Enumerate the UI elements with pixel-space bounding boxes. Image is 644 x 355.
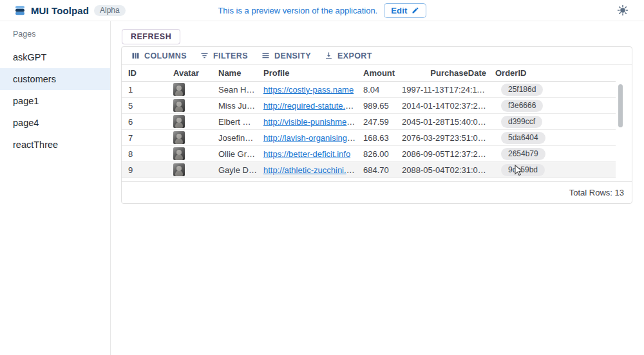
layers-logo-icon (14, 5, 26, 16)
table-row[interactable]: 9Gayle Den...http://athletic-zucchini.or… (122, 162, 616, 178)
table-row[interactable]: 6Elbert McL...http://visible-punishment.… (122, 114, 616, 130)
vertical-scrollbar-thumb[interactable] (618, 84, 623, 127)
sidebar-section-label: Pages (0, 27, 110, 46)
export-button-label: EXPORT (337, 51, 372, 60)
avatar-image (173, 99, 185, 112)
pencil-icon (412, 6, 419, 14)
density-button[interactable]: DENSITY (256, 49, 316, 62)
filter-list-icon (200, 51, 209, 60)
cell-id: 6 (122, 117, 167, 127)
cell-avatar (167, 163, 212, 176)
profile-link[interactable]: https://better-deficit.info (263, 149, 350, 159)
cell-id: 1 (122, 85, 167, 95)
cell-profile: http://lavish-organising.name (257, 133, 357, 143)
avatar-image (173, 163, 185, 176)
cell-name: Miss Juan ... (212, 101, 257, 111)
cell-name: Gayle Den... (212, 165, 257, 175)
order-id-chip: f3e6666 (501, 100, 543, 112)
order-id-chip: 5da6404 (501, 132, 545, 144)
table-row[interactable]: 8Ollie Green...https://better-deficit.in… (122, 146, 616, 162)
cell-amount: 8.04 (357, 85, 395, 95)
cell-profile: http://visible-punishment.net (257, 117, 357, 127)
cell-order-id: d399ccf (489, 116, 616, 128)
avatar-image (173, 147, 185, 160)
order-id-chip: d399ccf (501, 116, 542, 128)
alpha-badge: Alpha (94, 5, 126, 16)
sidebar-item-askGPT[interactable]: askGPT (0, 46, 110, 68)
view-columns-icon (131, 51, 140, 60)
order-id-chip: 25f186d (501, 84, 543, 96)
cell-id: 5 (122, 101, 167, 111)
density-menu-icon (261, 51, 270, 60)
grid-rows: 1Sean Harrishttps://costly-pass.name8.04… (122, 82, 616, 178)
cell-avatar (167, 99, 212, 112)
column-header-profile[interactable]: Profile (257, 68, 357, 78)
column-header-amount[interactable]: Amount (357, 68, 395, 78)
cell-amount: 684.70 (357, 165, 395, 175)
edit-button-label: Edit (391, 6, 407, 15)
theme-toggle-button[interactable] (616, 3, 630, 17)
cell-amount: 168.63 (357, 133, 395, 143)
cell-order-id: 2654b79 (489, 148, 616, 160)
table-row[interactable]: 5Miss Juan ...http://required-statute.or… (122, 98, 616, 114)
filters-button-label: FILTERS (213, 51, 248, 60)
sidebar-item-page1[interactable]: page1 (0, 90, 110, 112)
cell-id: 7 (122, 133, 167, 143)
profile-link[interactable]: http://visible-punishment.net (263, 117, 357, 127)
cell-purchase-date: 2076-03-29T23:51:07.968Z (395, 133, 489, 143)
sidebar-nav: askGPTcustomerspage1page4reactThree (0, 46, 110, 156)
cell-id: 8 (122, 149, 167, 159)
cell-id: 9 (122, 165, 167, 175)
table-row[interactable]: 1Sean Harrishttps://costly-pass.name8.04… (122, 82, 616, 98)
column-header-date[interactable]: PurchaseDate (395, 68, 489, 78)
cell-name: Ollie Green... (212, 149, 257, 159)
cell-purchase-date: 2086-09-05T12:37:27.015Z (395, 149, 489, 159)
sidebar-item-customers[interactable]: customers (0, 68, 110, 90)
cell-purchase-date: 2014-01-14T02:37:28.536Z (395, 101, 489, 111)
cell-avatar (167, 147, 212, 160)
order-id-chip: 9dc59bd (501, 164, 545, 176)
profile-link[interactable]: http://lavish-organising.name (263, 133, 357, 143)
cell-profile: http://required-statute.org (257, 101, 357, 111)
table-row[interactable]: 7Josefina P...http://lavish-organising.n… (122, 130, 616, 146)
density-button-label: DENSITY (274, 51, 311, 60)
column-header-avatar[interactable]: Avatar (167, 68, 212, 78)
cell-order-id: f3e6666 (489, 100, 616, 112)
cell-order-id: 25f186d (489, 84, 616, 96)
filters-button[interactable]: FILTERS (194, 49, 253, 62)
sidebar: Pages askGPTcustomerspage1page4reactThre… (0, 21, 111, 355)
cell-amount: 989.65 (357, 101, 395, 111)
cell-avatar (167, 83, 212, 96)
grid-header-row: IDAvatarNameProfileAmountPurchaseDateOrd… (122, 65, 616, 82)
edit-button[interactable]: Edit (384, 3, 426, 18)
cell-name: Sean Harris (212, 85, 257, 95)
column-header-order[interactable]: OrderID (489, 68, 616, 78)
order-id-chip: 2654b79 (501, 148, 545, 160)
profile-link[interactable]: http://athletic-zucchini.org (263, 165, 357, 175)
cell-profile: http://athletic-zucchini.org (257, 165, 357, 175)
cell-profile: https://costly-pass.name (257, 85, 357, 95)
column-header-id[interactable]: ID (122, 68, 167, 78)
preview-notice: This is a preview version of the applica… (218, 6, 377, 15)
columns-button-label: COLUMNS (144, 51, 187, 60)
sidebar-item-page4[interactable]: page4 (0, 112, 110, 134)
cell-avatar (167, 131, 212, 144)
profile-link[interactable]: https://costly-pass.name (263, 85, 354, 95)
avatar-image (173, 131, 185, 144)
export-button[interactable]: EXPORT (319, 49, 377, 62)
download-icon (324, 51, 334, 60)
column-header-name[interactable]: Name (212, 68, 257, 78)
profile-link[interactable]: http://required-statute.org (263, 101, 357, 111)
cell-profile: https://better-deficit.info (257, 149, 357, 159)
columns-button[interactable]: COLUMNS (126, 49, 192, 62)
cell-name: Josefina P... (212, 133, 257, 143)
sidebar-item-reactThree[interactable]: reactThree (0, 134, 110, 156)
cell-order-id: 9dc59bd (489, 164, 616, 176)
cell-purchase-date: 2088-05-04T02:31:03.294Z (395, 165, 489, 175)
cell-amount: 826.00 (357, 149, 395, 159)
sun-icon (617, 5, 629, 16)
grid-footer: Total Rows: 13 (122, 181, 632, 203)
refresh-button[interactable]: REFRESH (122, 29, 180, 44)
cell-name: Elbert McL... (212, 117, 257, 127)
app-title: MUI Toolpad (31, 5, 89, 16)
